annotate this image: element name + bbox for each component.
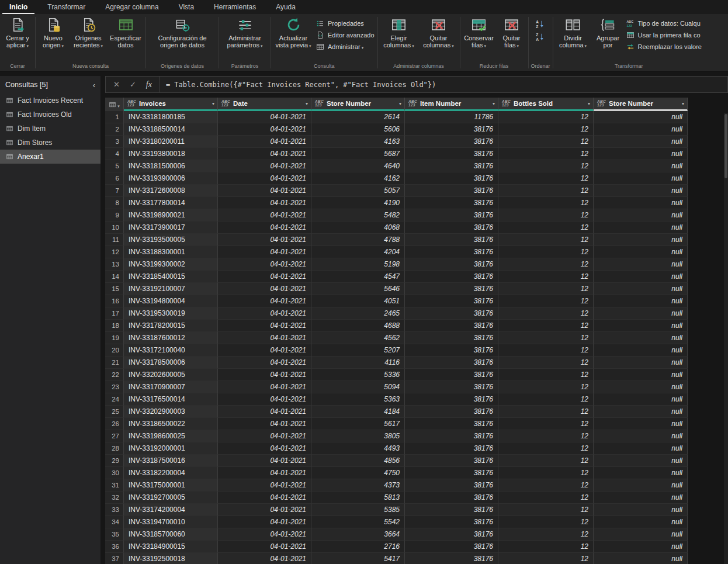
table-cell[interactable]: INV-33188300001	[124, 246, 218, 258]
table-cell[interactable]: INV-33193900006	[124, 172, 218, 185]
table-cell[interactable]: INV-33192500018	[124, 553, 218, 564]
table-cell[interactable]: 04-01-2021	[218, 357, 311, 369]
table-cell[interactable]: null	[594, 357, 688, 369]
filter-dropdown-icon[interactable]	[399, 101, 401, 106]
table-cell[interactable]: 5417	[311, 553, 405, 564]
close-and-apply-button[interactable]: Cerrar y aplicar	[1, 15, 34, 61]
table-cell[interactable]: 04-01-2021	[218, 271, 311, 283]
table-cell[interactable]: 4051	[311, 295, 405, 307]
table-cell[interactable]: 12	[498, 111, 594, 123]
table-cell[interactable]: null	[594, 504, 688, 516]
row-number[interactable]: 33	[105, 504, 124, 516]
table-cell[interactable]: 04-01-2021	[218, 430, 311, 442]
table-cell[interactable]: INV-33178200015	[124, 320, 218, 332]
table-cell[interactable]: INV-33175000001	[124, 479, 218, 492]
row-number[interactable]: 26	[105, 418, 124, 430]
table-cell[interactable]: 12	[498, 258, 594, 271]
table-cell[interactable]: null	[594, 111, 688, 123]
table-cell[interactable]: 5363	[311, 393, 405, 406]
filter-dropdown-icon[interactable]	[682, 101, 684, 106]
table-cell[interactable]: 38176	[405, 344, 498, 357]
table-cell[interactable]: 04-01-2021	[218, 172, 311, 185]
table-cell[interactable]: 12	[498, 455, 594, 467]
table-cell[interactable]: 12	[498, 185, 594, 197]
menu-tab-transformar[interactable]: Transformar	[40, 0, 92, 14]
vertical-scrollbar[interactable]	[724, 113, 728, 564]
table-cell[interactable]: 5198	[311, 258, 405, 271]
table-cell[interactable]: 5385	[311, 504, 405, 516]
table-cell[interactable]: null	[594, 172, 688, 185]
table-cell[interactable]: INV-33198600025	[124, 430, 218, 442]
table-cell[interactable]: 38176	[405, 393, 498, 406]
table-cell[interactable]: 38176	[405, 271, 498, 283]
table-cell[interactable]: INV-33202600005	[124, 369, 218, 381]
table-cell[interactable]: 38176	[405, 504, 498, 516]
table-cell[interactable]: INV-33182200004	[124, 467, 218, 479]
table-cell[interactable]: null	[594, 283, 688, 295]
filter-dropdown-icon[interactable]	[212, 101, 214, 106]
cancel-formula-icon[interactable]	[113, 80, 120, 89]
table-cell[interactable]: 12	[498, 479, 594, 492]
table-cell[interactable]: null	[594, 258, 688, 271]
row-number[interactable]: 30	[105, 467, 124, 479]
table-cell[interactable]: 12	[498, 492, 594, 504]
query-item[interactable]: Fact Invoices Old	[0, 108, 100, 122]
table-cell[interactable]: 38176	[405, 197, 498, 209]
table-cell[interactable]: null	[594, 136, 688, 148]
table-cell[interactable]: 4068	[311, 222, 405, 234]
row-number[interactable]: 22	[105, 369, 124, 381]
row-number[interactable]: 37	[105, 553, 124, 564]
table-cell[interactable]: null	[594, 528, 688, 541]
table-cell[interactable]: 12	[498, 234, 594, 246]
row-number[interactable]: 17	[105, 307, 124, 320]
table-cell[interactable]: INV-33181500006	[124, 160, 218, 172]
table-cell[interactable]: null	[594, 516, 688, 528]
table-cell[interactable]: INV-33202900003	[124, 406, 218, 418]
table-cell[interactable]: 38176	[405, 148, 498, 160]
table-cell[interactable]: 38176	[405, 418, 498, 430]
table-cell[interactable]: 38176	[405, 528, 498, 541]
table-cell[interactable]: INV-33186500022	[124, 418, 218, 430]
table-cell[interactable]: 04-01-2021	[218, 479, 311, 492]
table-cell[interactable]: 38176	[405, 406, 498, 418]
table-cell[interactable]: 4116	[311, 357, 405, 369]
advanced-editor-button[interactable]: Editor avanzado	[316, 31, 375, 39]
table-cell[interactable]: 04-01-2021	[218, 185, 311, 197]
column-header[interactable]: ABC123Store Number	[594, 98, 688, 111]
table-cell[interactable]: 4184	[311, 406, 405, 418]
table-cell[interactable]: 04-01-2021	[218, 406, 311, 418]
table-cell[interactable]: null	[594, 393, 688, 406]
table-cell[interactable]: 12	[498, 295, 594, 307]
column-header[interactable]: ABC123Bottles Sold	[498, 98, 594, 111]
table-cell[interactable]: 04-01-2021	[218, 246, 311, 258]
table-cell[interactable]: INV-33188500014	[124, 123, 218, 136]
table-cell[interactable]: 12	[498, 467, 594, 479]
keep-rows-button[interactable]: Conservar filas	[462, 15, 497, 61]
table-cell[interactable]: 4688	[311, 320, 405, 332]
row-number[interactable]: 21	[105, 357, 124, 369]
table-cell[interactable]: null	[594, 197, 688, 209]
table-cell[interactable]: 12	[498, 123, 594, 136]
row-number[interactable]: 1	[105, 111, 124, 123]
table-cell[interactable]: 12	[498, 528, 594, 541]
table-cell[interactable]: 04-01-2021	[218, 234, 311, 246]
table-cell[interactable]: INV-33187600012	[124, 332, 218, 344]
table-cell[interactable]: 4856	[311, 455, 405, 467]
table-cell[interactable]: INV-33193500005	[124, 234, 218, 246]
select-all-button[interactable]	[105, 98, 124, 111]
replace-values-button[interactable]: Reemplazar los valore	[626, 43, 702, 51]
filter-dropdown-icon[interactable]	[493, 101, 495, 106]
table-cell[interactable]: null	[594, 479, 688, 492]
table-cell[interactable]: 38176	[405, 172, 498, 185]
sort-descending-button[interactable]	[533, 32, 546, 43]
row-number[interactable]: 27	[105, 430, 124, 442]
table-cell[interactable]: INV-33184900015	[124, 541, 218, 553]
table-cell[interactable]: null	[594, 295, 688, 307]
table-cell[interactable]: 38176	[405, 307, 498, 320]
table-cell[interactable]: 2465	[311, 307, 405, 320]
table-cell[interactable]: 12	[498, 160, 594, 172]
menu-tab-vista[interactable]: Vista	[172, 0, 201, 14]
table-cell[interactable]: 04-01-2021	[218, 197, 311, 209]
table-cell[interactable]: null	[594, 123, 688, 136]
query-item[interactable]: Dim Stores	[0, 136, 100, 150]
